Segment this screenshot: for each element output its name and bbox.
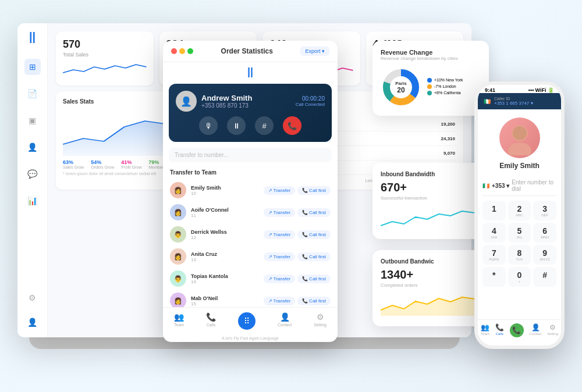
transfer-btn-1[interactable]: ↗ Transfer [264,208,296,217]
popup-logo-row: || [163,62,338,78]
member-actions-2: ↗ Transfer 📞 Call first [264,230,331,239]
popup-title: Order Statistics [221,47,273,55]
legend-dot-0 [427,78,432,83]
popup-tagline: A lot's Fly Fast Again Language [163,334,338,342]
sidebar-item-users[interactable]: 👤 [24,139,41,155]
profit-grow-pct: 41% [121,159,141,165]
app-logo: || [29,30,36,44]
transfer-btn-2[interactable]: ↗ Transfer [264,230,296,239]
team-member-5: 👩 Mab O'Neil 15 ↗ Transfer 📞 Call first [163,290,338,307]
sidebar-item-documents[interactable]: 📄 [24,85,41,102]
call-controls: 🎙 ⏸ # 📞 [176,116,325,135]
dial-key-3[interactable]: 3 DEF [533,201,556,220]
export-button[interactable]: Export ▾ [300,47,329,56]
dialer-flag: 🇮🇪 [482,183,489,189]
dial-key-star[interactable]: * [482,267,506,287]
call-first-btn-0[interactable]: 📞 Call first [297,186,331,195]
nav-contact-label: Contact [278,323,292,327]
nav-calls-label: Calls [207,323,216,327]
sidebar-item-settings[interactable]: ⚙ [24,290,41,306]
transfer-btn-0[interactable]: ↗ Transfer [264,186,296,195]
mute-button[interactable]: 🎙 [199,116,218,135]
transfer-btn-4[interactable]: ↗ Transfer [264,275,296,283]
stat-card-total-sales: 570 Total Sales [56,31,154,85]
member-actions-1: ↗ Transfer 📞 Call first [264,208,331,217]
nav-setting[interactable]: ⚙ Setting [314,312,327,330]
phone-nav-team[interactable]: 👥 Team [481,323,489,337]
revenue-subtitle: Revenue change breakdown by cities [381,56,481,61]
phone-nav-setting[interactable]: ⚙ Setting [547,323,558,337]
dial-key-4[interactable]: 4 GHI [482,223,506,243]
team-list[interactable]: 👩 Emily Smith 10 ↗ Transfer 📞 Call first… [163,179,338,307]
phone-calls-icon: 📞 [495,323,504,332]
close-btn[interactable] [171,48,177,54]
nav-team[interactable]: 👥 Team [174,312,184,330]
nav-dialpad[interactable]: ⠿ [238,312,255,330]
outbound-bandwidth-card: Outbound Bandwic 1340+ Completed orders [372,250,489,326]
transfer-search[interactable]: Transfer to number... [169,148,332,162]
member-avatar-3: 👩 [170,248,186,265]
transfer-btn-5[interactable]: ↗ Transfer [264,297,296,305]
member-name-1: Aoife O'Connel [191,207,259,213]
dial-key-5[interactable]: 5 JKL [508,223,531,243]
call-first-btn-1[interactable]: 📞 Call first [297,208,331,217]
dial-key-8[interactable]: 8 TUV [508,245,531,265]
member-info-3: Anita Cruz 13 [191,251,259,262]
phone-nav-contact[interactable]: 👤 Contact [530,323,542,337]
member-avatar-2: 👨 [170,226,186,243]
inbound-label: Successful transaction [381,195,481,201]
nav-calls[interactable]: 📞 Calls [206,312,216,330]
sales-stats-title: Sales Stats [63,98,94,105]
call-first-btn-5[interactable]: 📞 Call first [297,297,331,305]
phone-team-label: Team [481,332,489,336]
member-name-0: Emily Smith [191,185,259,191]
outbound-label: Completed orders [381,283,481,288]
sidebar: || ⊞ 📄 ▣ 👤 💬 📊 ⚙ 👤 [17,23,48,337]
maximize-btn[interactable] [187,48,193,54]
legend-label-2: +8% California [434,91,461,95]
phone-contact-label: Contact [530,332,542,336]
phone-setting-label: Setting [547,332,558,336]
nav-contact[interactable]: 👤 Contact [278,312,292,330]
dial-key-hash[interactable]: # [533,267,556,287]
dial-key-2[interactable]: 2 ABC [508,201,531,220]
end-call-button[interactable]: 📞 [283,116,301,135]
dial-key-7[interactable]: 7 PQRS [482,245,506,265]
sidebar-item-profile[interactable]: 👤 [24,314,41,330]
dial-key-0[interactable]: 0 + [508,267,531,287]
setting-icon: ⚙ [317,312,324,322]
donut-chart: Paris 20 [381,67,421,108]
dial-key-1[interactable]: 1 [482,201,506,220]
transfer-btn-3[interactable]: ↗ Transfer [264,252,296,261]
caller-name: Andrew Smith [201,94,252,102]
member-name-3: Anita Cruz [191,251,259,257]
phone-nav-call-btn[interactable]: 📞 [510,323,524,337]
phone-frame: 9:41 ▪▪▪ WiFi 🔋 🇮🇪 Caller ID +353 1 665 … [474,81,565,349]
sidebar-item-home[interactable]: ⊞ [24,59,41,75]
member-avatar-1: 👩 [170,204,186,220]
orders-grow-pct: 54% [91,159,114,165]
keypad-button[interactable]: # [255,116,274,135]
call-first-btn-3[interactable]: 📞 Call first [297,252,331,261]
dial-key-6[interactable]: 6 MNO [533,223,556,243]
hold-button[interactable]: ⏸ [227,116,246,135]
phone-nav-calls[interactable]: 📞 Calls [495,323,504,337]
order-statistics-popup: Order Statistics Export ▾ || 👤 Andrew Sm… [163,41,338,342]
sidebar-item-analytics[interactable]: 📊 [24,193,41,209]
sidebar-item-grid[interactable]: ▣ [24,112,41,129]
member-name-2: Derrick Wellss [191,229,259,235]
member-avatar-0: 👩 [170,182,186,198]
dial-key-9[interactable]: 9 WXYZ [533,245,556,265]
dialer-placeholder[interactable]: Enter number to dial [512,179,556,192]
legend-dot-2 [427,91,432,95]
caller-info: 👤 Andrew Smith +353 085 870 173 00:00:20… [176,91,325,112]
sidebar-item-messages[interactable]: 💬 [24,166,41,182]
call-first-btn-2[interactable]: 📞 Call first [297,230,331,239]
minimize-btn[interactable] [179,48,185,54]
revenue-legend: +10% New York -7% London +8% California [427,78,463,97]
legend-item-0: +10% New York [427,78,463,83]
legend-label-0: +10% New York [434,78,463,82]
legend-item-1: -7% London [427,84,463,89]
app-sales-2: 9,070 [443,151,455,156]
call-first-btn-4[interactable]: 📞 Call first [297,275,331,283]
